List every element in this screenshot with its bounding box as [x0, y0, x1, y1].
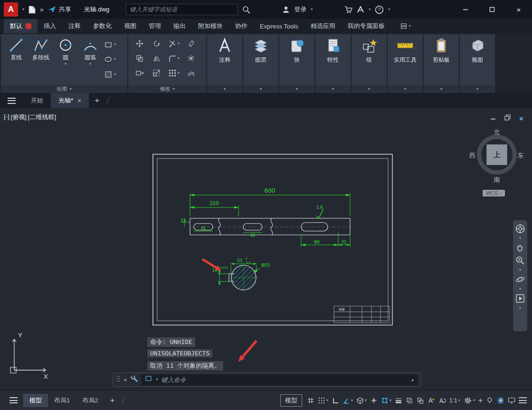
new-layout-button[interactable]: +: [104, 396, 120, 405]
view-panel-footer[interactable]: ▾: [460, 85, 495, 93]
command-line-bar[interactable]: × ▾ ▴: [113, 373, 421, 387]
viewcube-north[interactable]: 北: [468, 128, 525, 137]
move-tool[interactable]: [135, 39, 144, 48]
caret-down-icon[interactable]: ▾: [65, 62, 66, 66]
ribbon-tab-annotate[interactable]: 注释: [62, 19, 87, 33]
rectangle-tool[interactable]: ▾: [104, 41, 116, 48]
caret-down-icon[interactable]: ▾: [114, 57, 116, 61]
clean-screen-toggle[interactable]: [506, 394, 517, 407]
application-menu-button[interactable]: A: [4, 2, 18, 17]
fillet-tool[interactable]: ▾: [168, 54, 180, 63]
arc-tool[interactable]: 圆弧 ▾: [78, 36, 103, 85]
layers-panel-footer[interactable]: ▾: [243, 85, 278, 93]
erase-tool[interactable]: [187, 39, 195, 48]
zoom-icon[interactable]: [515, 255, 525, 266]
caret-down-icon[interactable]: ▾: [458, 399, 460, 402]
viewcube-west[interactable]: 西: [469, 151, 475, 160]
viewport-minimize-icon[interactable]: [490, 114, 496, 122]
annotate-button[interactable]: ? 注释: [207, 34, 242, 85]
caret-down-icon[interactable]: ▾: [178, 42, 180, 46]
viewcube-top-face[interactable]: 上: [486, 144, 507, 165]
minimize-button[interactable]: [452, 0, 479, 19]
pan-hand-icon[interactable]: [515, 242, 525, 253]
maximize-button[interactable]: [479, 0, 505, 19]
caret-down-icon[interactable]: ▾: [390, 399, 391, 402]
groups-panel-footer[interactable]: ▾: [352, 85, 387, 93]
model-tab[interactable]: 模型: [23, 394, 48, 407]
caret-down-icon[interactable]: ▾: [365, 399, 367, 402]
polar-tracking-toggle[interactable]: ▾: [341, 394, 354, 407]
ribbon-tab-insert[interactable]: 插入: [38, 19, 62, 33]
caret-down-icon[interactable]: ▾: [519, 268, 521, 272]
viewport-minimize-control[interactable]: [-]: [4, 113, 10, 121]
cart-icon[interactable]: [344, 6, 352, 13]
caret-down-icon[interactable]: ▾: [351, 399, 353, 402]
new-drawing-icon[interactable]: [28, 6, 36, 14]
snap-mode-toggle[interactable]: ▾: [316, 394, 330, 407]
caret-down-icon[interactable]: ▾: [114, 43, 116, 47]
grid-display-toggle[interactable]: [305, 394, 316, 407]
offset-tool[interactable]: [187, 69, 195, 77]
command-bar-close-icon[interactable]: ×: [124, 376, 127, 383]
isodraft-toggle[interactable]: ▾: [355, 394, 368, 407]
customize-wrench-icon[interactable]: [131, 375, 138, 384]
annotation-scale-button[interactable]: 1:1▾: [448, 394, 462, 407]
workspace-switcher-button[interactable]: ▾: [462, 394, 476, 407]
copy-tool[interactable]: [135, 54, 144, 63]
login-button[interactable]: 登录: [294, 5, 306, 14]
drawing[interactable]: 600 220 23 45 60 80 31 1.6 51 0 -0.2 16 …: [0, 108, 532, 390]
view-button[interactable]: 视图: [460, 34, 495, 85]
close-button[interactable]: ×: [505, 0, 532, 19]
mirror-tool[interactable]: [152, 54, 161, 63]
showmotion-icon[interactable]: [515, 293, 525, 304]
annotation-autoscale-toggle[interactable]: [437, 394, 447, 407]
scale-tool[interactable]: [152, 69, 161, 77]
ortho-mode-toggle[interactable]: [330, 394, 341, 407]
ribbon-tab-view[interactable]: 视图: [118, 19, 142, 33]
clipboard-button[interactable]: 剪贴板: [424, 34, 459, 85]
add-scale-button[interactable]: +: [477, 394, 484, 407]
caret-down-icon[interactable]: ▾: [473, 399, 475, 402]
command-input-field[interactable]: ▾ ▴: [142, 374, 418, 385]
ribbon-tab-featured-apps[interactable]: 精选应用: [304, 19, 342, 33]
viewcube[interactable]: 北 南 西 东 上: [468, 127, 525, 198]
lineweight-toggle[interactable]: [393, 394, 404, 407]
ribbon-display-toggle[interactable]: ▾: [400, 19, 411, 33]
caret-down-icon[interactable]: ▾: [519, 287, 521, 291]
ribbon-tab-addins[interactable]: 附加模块: [192, 19, 229, 33]
annotate-panel-footer[interactable]: ▾: [207, 85, 242, 93]
object-snap-tracking-toggle[interactable]: [369, 394, 379, 407]
orbit-icon[interactable]: [515, 274, 525, 285]
share-button[interactable]: 共享: [48, 5, 71, 14]
properties-panel-footer[interactable]: ▾: [315, 85, 351, 93]
layout1-tab[interactable]: 布局1: [48, 394, 76, 407]
file-tab-start[interactable]: 开始: [23, 93, 51, 108]
file-tab-current[interactable]: 光轴* ×: [51, 93, 89, 108]
trim-tool[interactable]: ▾: [168, 39, 180, 48]
caret-down-icon[interactable]: ▾: [519, 306, 521, 310]
ribbon-tab-express-tools[interactable]: Express Tools: [254, 19, 304, 33]
help-caret-icon[interactable]: ▾: [388, 8, 390, 11]
caret-down-icon[interactable]: ▾: [89, 62, 91, 66]
explode-tool[interactable]: [187, 54, 195, 63]
drawing-area[interactable]: 600 220 23 45 60 80 31 1.6 51 0 -0.2 16 …: [0, 108, 532, 390]
isolate-objects-toggle[interactable]: [484, 394, 495, 407]
block-button[interactable]: 块: [279, 34, 314, 85]
utilities-panel-footer[interactable]: ▾: [388, 85, 423, 93]
transparency-toggle[interactable]: [404, 394, 415, 407]
line-tool[interactable]: 直线: [4, 36, 28, 85]
selection-cycling-toggle[interactable]: [415, 394, 426, 407]
login-caret-icon[interactable]: ▾: [311, 8, 313, 11]
autodesk-app-icon[interactable]: [357, 6, 364, 13]
rotate-tool[interactable]: [152, 39, 161, 48]
recent-commands-toggle-icon[interactable]: ▴: [411, 377, 414, 382]
caret-down-icon[interactable]: ▾: [178, 56, 180, 60]
modify-panel-footer[interactable]: 修改▾: [128, 85, 206, 93]
new-drawing-tab-button[interactable]: +: [89, 93, 105, 108]
command-input[interactable]: [162, 376, 408, 383]
graphics-performance-toggle[interactable]: [495, 394, 506, 407]
wcs-selector[interactable]: WCS ▾: [483, 190, 505, 196]
utilities-button[interactable]: 实用工具: [388, 34, 423, 85]
array-tool[interactable]: ▾: [168, 69, 180, 77]
clipboard-panel-footer[interactable]: ▾: [424, 85, 459, 93]
